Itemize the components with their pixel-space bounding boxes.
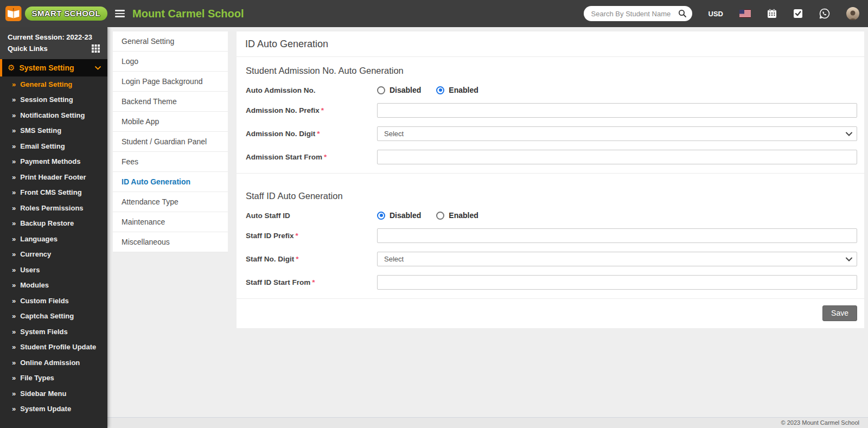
- admission-start-from-label: Admission Start From*: [246, 153, 377, 161]
- sidebar-item-payment-methods[interactable]: »Payment Methods: [0, 154, 107, 170]
- currency-label[interactable]: USD: [709, 10, 723, 18]
- sidebar-item-notification-setting[interactable]: »Notification Setting: [0, 107, 107, 123]
- session-block: Current Session: 2022-23 Quick Links: [0, 27, 107, 59]
- page-footer: © 2023 Mount Carmel School: [107, 417, 868, 428]
- top-bar: SMART SCHOOL Mount Carmel School USD: [0, 0, 868, 27]
- required-asterisk: *: [296, 232, 298, 240]
- required-asterisk: *: [296, 255, 298, 263]
- subnav-item-maintenance[interactable]: Maintenance: [113, 212, 228, 232]
- subnav-item-attendance-type[interactable]: Attendance Type: [113, 192, 228, 212]
- sidebar-item-modules[interactable]: »Modules: [0, 278, 107, 293]
- staff-no-digit-select[interactable]: Select: [377, 252, 857, 266]
- auto-admission-no-label: Auto Admission No.: [246, 86, 377, 94]
- double-arrow-icon: »: [12, 328, 16, 336]
- radio-unchecked-icon[interactable]: [436, 212, 444, 220]
- auto-staff-id-label: Auto Staff ID: [246, 212, 377, 220]
- sidebar-item-users[interactable]: »Users: [0, 262, 107, 278]
- double-arrow-icon: »: [12, 126, 16, 135]
- sidebar-item-email-setting[interactable]: »Email Setting: [0, 138, 107, 154]
- sidebar-item-student-profile-update[interactable]: »Student Profile Update: [0, 340, 107, 355]
- staff-id-start-from-input[interactable]: [377, 275, 857, 290]
- auto-admission-enabled-option[interactable]: Enabled: [436, 86, 478, 94]
- double-arrow-icon: »: [12, 188, 16, 196]
- sidebar-item-captcha-setting[interactable]: »Captcha Setting: [0, 309, 107, 324]
- staff-id-prefix-input[interactable]: [377, 228, 857, 243]
- current-session-label: Current Session: 2022-23: [8, 31, 100, 43]
- auto-staff-disabled-option[interactable]: Disabled: [377, 211, 421, 220]
- double-arrow-icon: »: [12, 142, 16, 150]
- double-arrow-icon: »: [12, 235, 16, 243]
- subnav-item-general-setting[interactable]: General Setting: [113, 31, 228, 52]
- radio-checked-icon[interactable]: [377, 212, 385, 220]
- double-arrow-icon: »: [12, 374, 16, 382]
- calendar-icon[interactable]: [767, 9, 777, 18]
- subnav-item-student-guardian-panel[interactable]: Student / Guardian Panel: [113, 132, 228, 152]
- radio-checked-icon[interactable]: [436, 86, 444, 94]
- auto-staff-enabled-option[interactable]: Enabled: [436, 211, 478, 220]
- admission-no-prefix-label: Admission No. Prefix*: [246, 106, 377, 114]
- subnav-item-logo[interactable]: Logo: [113, 52, 228, 72]
- subnav-item-id-auto-generation[interactable]: ID Auto Generation: [113, 172, 228, 192]
- staff-id-section: Staff ID Auto Generation Auto Staff ID D…: [237, 182, 864, 290]
- sidebar-item-sms-setting[interactable]: »SMS Setting: [0, 123, 107, 139]
- admission-no-prefix-input[interactable]: [377, 103, 857, 118]
- sidebar-item-general-setting[interactable]: »General Setting: [0, 76, 107, 92]
- staff-id-start-from-label: Staff ID Start From*: [246, 278, 377, 286]
- double-arrow-icon: »: [12, 343, 16, 351]
- sidebar-item-roles-permissions[interactable]: »Roles Permissions: [0, 200, 107, 216]
- subnav-item-fees[interactable]: Fees: [113, 152, 228, 172]
- double-arrow-icon: »: [12, 359, 16, 367]
- sidebar-item-currency[interactable]: »Currency: [0, 247, 107, 263]
- double-arrow-icon: »: [12, 95, 16, 104]
- todo-check-icon[interactable]: [793, 9, 803, 18]
- staff-id-prefix-label: Staff ID Prefix*: [246, 232, 377, 240]
- subnav-item-mobile-app[interactable]: Mobile App: [113, 112, 228, 132]
- double-arrow-icon: »: [12, 80, 16, 88]
- page-title: ID Auto Generation: [237, 31, 864, 57]
- subnav-item-miscellaneous[interactable]: Miscellaneous: [113, 232, 228, 252]
- school-name: Mount Carmel School: [132, 8, 244, 20]
- auto-admission-disabled-option[interactable]: Disabled: [377, 86, 421, 94]
- sidebar-item-front-cms-setting[interactable]: »Front CMS Setting: [0, 185, 107, 201]
- sidebar-item-system-fields[interactable]: »System Fields: [0, 324, 107, 340]
- sidebar-item-online-admission[interactable]: »Online Admission: [0, 355, 107, 370]
- sidebar-item-system-update[interactable]: »System Update: [0, 401, 107, 417]
- sidebar-section-system-setting[interactable]: ⚙ System Setting: [0, 59, 107, 76]
- sidebar-item-print-header-footer[interactable]: »Print Header Footer: [0, 169, 107, 185]
- app-logo[interactable]: SMART SCHOOL: [0, 4, 107, 23]
- student-section-heading: Student Admission No. Auto Generation: [246, 66, 857, 76]
- student-search-box[interactable]: [584, 6, 692, 21]
- search-input[interactable]: [591, 10, 678, 18]
- user-avatar[interactable]: [846, 7, 859, 20]
- language-flag-icon[interactable]: [739, 10, 751, 17]
- hamburger-menu-icon[interactable]: [115, 10, 125, 17]
- required-asterisk: *: [312, 278, 315, 286]
- sidebar-item-sidebar-menu[interactable]: »Sidebar Menu: [0, 386, 107, 401]
- main-sidebar: Current Session: 2022-23 Quick Links ⚙ S…: [0, 27, 107, 428]
- subnav-item-login-page-background[interactable]: Login Page Background: [113, 72, 228, 92]
- id-auto-generation-card: ID Auto Generation Student Admission No.…: [237, 31, 864, 328]
- admission-start-from-input[interactable]: [377, 150, 857, 164]
- quick-links-grid-icon[interactable]: [92, 44, 100, 53]
- subnav-item-backend-theme[interactable]: Backend Theme: [113, 92, 228, 112]
- sidebar-item-custom-fields[interactable]: »Custom Fields: [0, 293, 107, 309]
- sidebar-item-file-types[interactable]: »File Types: [0, 370, 107, 386]
- save-button[interactable]: Save: [822, 305, 857, 321]
- double-arrow-icon: »: [12, 405, 16, 413]
- double-arrow-icon: »: [12, 219, 16, 227]
- book-logo-icon: [5, 4, 22, 23]
- student-admission-section: Student Admission No. Auto Generation Au…: [237, 57, 864, 164]
- double-arrow-icon: »: [12, 204, 16, 212]
- double-arrow-icon: »: [12, 297, 16, 305]
- sidebar-item-session-setting[interactable]: »Session Setting: [0, 92, 107, 108]
- staff-no-digit-label: Staff No. Digit*: [246, 255, 377, 263]
- whatsapp-icon[interactable]: [819, 8, 830, 19]
- auto-admission-radio-group: Disabled Enabled: [377, 86, 857, 94]
- settings-subnav: General Setting Logo Login Page Backgrou…: [113, 31, 228, 252]
- admission-no-digit-select[interactable]: Select: [377, 126, 857, 141]
- chevron-down-icon: [95, 66, 101, 70]
- sidebar-item-languages[interactable]: »Languages: [0, 231, 107, 247]
- sidebar-item-backup-restore[interactable]: »Backup Restore: [0, 216, 107, 232]
- search-icon[interactable]: [678, 9, 687, 18]
- radio-unchecked-icon[interactable]: [377, 86, 385, 94]
